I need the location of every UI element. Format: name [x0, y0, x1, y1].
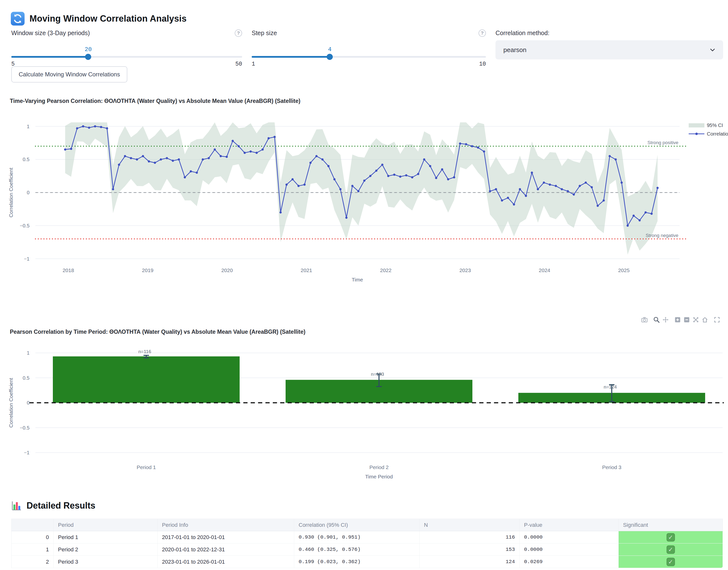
correlation-method-select[interactable]: pearson	[496, 40, 723, 59]
step-size-slider-thumb[interactable]	[327, 54, 333, 60]
results-table-container: PeriodPeriod InfoCorrelation (95% CI)NP-…	[11, 519, 723, 568]
correlation-method-label: Correlation method:	[496, 29, 550, 37]
svg-text:−1: −1	[24, 256, 29, 262]
window-size-slider-track[interactable]	[11, 56, 242, 58]
svg-text:n=124: n=124	[604, 384, 617, 389]
p-value-cell: 0.0000	[520, 531, 618, 544]
page-header: Moving Window Correlation Analysis	[11, 12, 187, 26]
correlation-cell: 0.460 (0.325, 0.576)	[294, 544, 419, 556]
svg-text:Time: Time	[352, 277, 363, 282]
svg-text:Period 2: Period 2	[369, 465, 389, 470]
bar-chart-icon	[11, 500, 22, 511]
fullscreen-icon[interactable]	[714, 316, 720, 323]
period-bar-chart[interactable]: 10.50−0.5−1n=116n=153n=124Period 1Period…	[0, 339, 728, 486]
svg-text:Strong negative: Strong negative	[646, 233, 678, 238]
column-header[interactable]: Period	[53, 519, 158, 531]
significant-cell: ✓	[618, 531, 723, 544]
help-icon[interactable]: ?	[479, 29, 486, 37]
column-header[interactable]: Correlation (95% CI)	[294, 519, 419, 531]
svg-text:Strong positive: Strong positive	[648, 140, 678, 145]
column-header[interactable]	[12, 519, 53, 531]
svg-text:Correlation Coefficient: Correlation Coefficient	[8, 168, 14, 217]
period-cell: Period 1	[53, 531, 158, 544]
download-plot-icon[interactable]	[641, 316, 648, 323]
plotly-modebar	[641, 316, 723, 323]
p-value-cell: 0.0000	[520, 544, 618, 556]
refresh-icon	[11, 12, 25, 26]
results-title: Detailed Results	[26, 501, 96, 511]
p-value-cell: 0.0269	[520, 556, 618, 568]
svg-text:−0.5: −0.5	[20, 425, 29, 431]
pan-icon[interactable]	[662, 316, 669, 323]
window-size-label: Window size (3-Day periods)	[11, 29, 90, 37]
checked-checkbox-icon[interactable]: ✓	[667, 545, 675, 554]
svg-text:2023: 2023	[460, 267, 471, 273]
slider-fill	[252, 56, 330, 58]
slider-fill	[11, 56, 88, 58]
autoscale-icon[interactable]	[692, 316, 699, 323]
zoom-out-icon[interactable]	[683, 316, 690, 323]
bar-period-1[interactable]	[53, 356, 240, 403]
help-icon[interactable]: ?	[235, 29, 242, 37]
period-info-cell: 2017-01-01 to 2020-01-01	[158, 531, 294, 544]
table-row[interactable]: 1Period 22020-01-01 to 2022-12-310.460 (…	[12, 544, 723, 556]
legend-ci-swatch	[689, 123, 704, 127]
table-row[interactable]: 0Period 12017-01-01 to 2020-01-010.930 (…	[12, 531, 723, 544]
page-title: Moving Window Correlation Analysis	[29, 13, 187, 24]
timeseries-chart[interactable]: 10.50−0.5−1Strong positiveStrong negativ…	[0, 108, 728, 287]
svg-text:n=116: n=116	[138, 349, 151, 354]
checked-checkbox-icon[interactable]: ✓	[667, 533, 675, 542]
svg-text:0: 0	[27, 400, 29, 405]
table-row[interactable]: 2Period 32023-01-01 to 2026-01-010.199 (…	[12, 556, 723, 568]
column-header[interactable]: Period Info	[158, 519, 294, 531]
n-cell: 116	[419, 531, 520, 544]
significant-cell: ✓	[618, 544, 723, 556]
svg-text:2018: 2018	[63, 267, 74, 273]
svg-text:0.5: 0.5	[23, 375, 29, 381]
column-header[interactable]: N	[419, 519, 520, 531]
correlation-cell: 0.199 (0.023, 0.362)	[294, 556, 419, 568]
column-header[interactable]: P-value	[520, 519, 618, 531]
svg-text:Time Period: Time Period	[365, 474, 393, 479]
svg-text:2021: 2021	[301, 267, 312, 273]
row-index: 2	[12, 556, 53, 568]
selected-method: pearson	[503, 46, 526, 54]
step-size-value: 4	[323, 46, 337, 53]
step-size-label: Step size	[252, 29, 277, 37]
column-header[interactable]: Significant	[618, 519, 723, 531]
svg-text:2024: 2024	[539, 267, 550, 273]
svg-text:−1: −1	[24, 450, 29, 455]
row-index: 0	[12, 531, 53, 544]
svg-text:2025: 2025	[618, 267, 630, 273]
n-cell: 124	[419, 556, 520, 568]
checked-checkbox-icon[interactable]: ✓	[667, 558, 675, 566]
svg-text:1: 1	[27, 350, 29, 356]
row-index: 1	[12, 544, 53, 556]
slider-min-label: 1	[252, 61, 255, 67]
slider-max-label: 10	[479, 61, 486, 67]
zoom-icon[interactable]	[653, 316, 660, 323]
n-cell: 153	[419, 544, 520, 556]
svg-text:n=153: n=153	[371, 371, 384, 377]
calculate-button[interactable]: Calculate Moving Window Correlations	[11, 66, 127, 82]
period-info-cell: 2023-01-01 to 2026-01-01	[158, 556, 294, 568]
slider-max-label: 50	[235, 61, 242, 67]
ci-band	[65, 122, 658, 255]
table-header-row: PeriodPeriod InfoCorrelation (95% CI)NP-…	[12, 519, 723, 531]
svg-text:1: 1	[27, 124, 29, 129]
period-bar-chart-title: Pearson Correlation by Time Period: ΘΟΛΟ…	[10, 329, 306, 335]
reset-axes-icon[interactable]	[702, 316, 708, 323]
svg-text:0: 0	[27, 190, 29, 195]
correlation-method-group: Correlation method: pearson	[496, 29, 726, 38]
period-cell: Period 3	[53, 556, 158, 568]
period-info-cell: 2020-01-01 to 2022-12-31	[158, 544, 294, 556]
window-size-slider-thumb[interactable]	[85, 54, 91, 60]
chevron-down-icon	[709, 47, 716, 53]
zoom-in-icon[interactable]	[674, 316, 681, 323]
window-size-value: 20	[81, 46, 96, 53]
correlation-cell: 0.930 (0.901, 0.951)	[294, 531, 419, 544]
svg-text:Correlation: Correlation	[707, 131, 728, 136]
app: Moving Window Correlation Analysis Windo…	[0, 0, 728, 570]
window-size-slider-group: Window size (3-Day periods) ? 20 5 50	[11, 29, 242, 65]
step-size-slider-track[interactable]	[252, 56, 486, 58]
